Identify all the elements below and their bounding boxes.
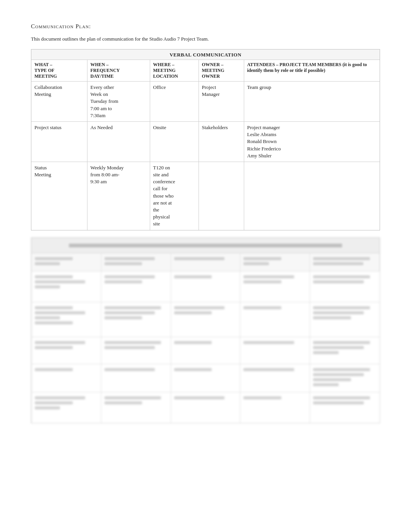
blurred-row (32, 337, 380, 364)
intro-paragraph: This document outlines the plan of commu… (31, 36, 380, 42)
blurred-r2c3 (171, 302, 240, 337)
cell-row2-col3: Onsite (150, 121, 199, 162)
table-header-row: WHAT –TYPE OFMEETING WHEN –FREQUENCYDAY/… (31, 60, 380, 82)
cell-row1-col1: CollaborationMeeting (31, 82, 87, 122)
blurred-r3c3 (171, 337, 240, 364)
blurred-title-cell (32, 238, 380, 253)
blurred-r5c2 (101, 392, 171, 423)
blurred-r4c4 (240, 364, 310, 392)
blurred-h3 (171, 253, 240, 271)
blurred-r1c4 (240, 271, 310, 302)
table-row: Project status As Needed Onsite Stakehol… (31, 121, 380, 162)
blurred-r3c1 (32, 337, 101, 364)
table-row: CollaborationMeeting Every otherWeek onT… (31, 82, 380, 122)
cell-row2-col2: As Needed (87, 121, 150, 162)
cell-row2-col5: Project managerLeslie AbramsRonald Brown… (244, 121, 380, 162)
blurred-h4 (240, 253, 310, 271)
blurred-row (32, 364, 380, 392)
cell-row1-col5: Team group (244, 82, 380, 122)
cell-row3-col2: Weekly Mondayfrom 8:00 am-9:30 am (87, 162, 150, 230)
blurred-r5c1 (32, 392, 101, 423)
blurred-r1c3 (171, 271, 240, 302)
blurred-h5 (310, 253, 380, 271)
blurred-r1c5 (310, 271, 380, 302)
blurred-r2c2 (101, 302, 171, 337)
blurred-h1 (32, 253, 101, 271)
table-title-row: VERBAL COMMUNICATION (31, 49, 380, 60)
cell-row3-col5 (244, 162, 380, 230)
blurred-r3c4 (240, 337, 310, 364)
cell-row1-col2: Every otherWeek onTuesday from7:00 am to… (87, 82, 150, 122)
blurred-r5c3 (171, 392, 240, 423)
blurred-row (32, 302, 380, 337)
verbal-communication-table: VERBAL COMMUNICATION WHAT –TYPE OFMEETIN… (31, 49, 380, 230)
blurred-title-row (32, 238, 380, 253)
blurred-r1c2 (101, 271, 171, 302)
header-col5: ATTENDEES – PROJECT TEAM MEMBERS (it is … (244, 60, 380, 82)
table-title-cell: VERBAL COMMUNICATION (31, 49, 380, 60)
header-col4: OWNER –MEETINGOWNER (199, 60, 244, 82)
blurred-r5c5 (310, 392, 380, 423)
blurred-row (32, 392, 380, 423)
cell-row2-col4: Stakeholders (199, 121, 244, 162)
blurred-table-section (31, 237, 380, 424)
cell-row1-col3: Office (150, 82, 199, 122)
blurred-r2c5 (310, 302, 380, 337)
blurred-r3c5 (310, 337, 380, 364)
blurred-h2 (101, 253, 171, 271)
blurred-r5c4 (240, 392, 310, 423)
cell-row3-col4 (199, 162, 244, 230)
blurred-header-row (32, 253, 380, 271)
cell-row3-col1: StatusMeeting (31, 162, 87, 230)
header-col2: WHEN –FREQUENCYDAY/TIME (87, 60, 150, 82)
table-row: StatusMeeting Weekly Mondayfrom 8:00 am-… (31, 162, 380, 230)
blurred-row (32, 271, 380, 302)
blurred-r4c5 (310, 364, 380, 392)
blurred-r1c1 (32, 271, 101, 302)
blurred-r2c4 (240, 302, 310, 337)
cell-row3-col3: T120 onsite andconferencecall forthose w… (150, 162, 199, 230)
cell-row2-col1: Project status (31, 121, 87, 162)
blurred-r4c1 (32, 364, 101, 392)
blurred-r2c1 (32, 302, 101, 337)
page-title: Communication Plan: (31, 23, 380, 30)
blurred-r4c3 (171, 364, 240, 392)
blurred-r3c2 (101, 337, 171, 364)
cell-row1-col4: ProjectManager (199, 82, 244, 122)
header-col3: WHERE –MEETINGLOCATION (150, 60, 199, 82)
header-col1: WHAT –TYPE OFMEETING (31, 60, 87, 82)
blurred-r4c2 (101, 364, 171, 392)
